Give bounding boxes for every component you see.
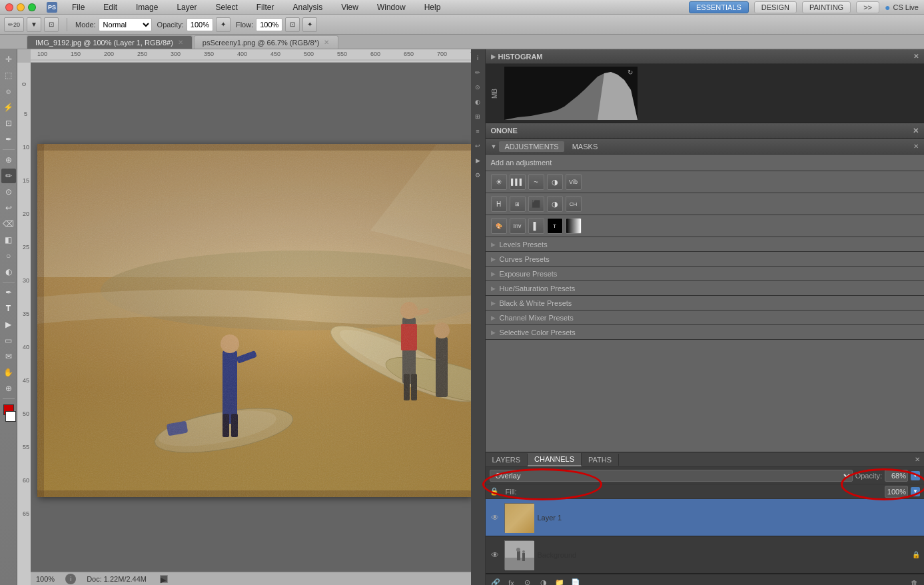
- adj-exposure-icon[interactable]: ◑: [547, 174, 563, 190]
- design-button[interactable]: DESIGN: [754, 1, 797, 13]
- more-button[interactable]: >>: [856, 1, 879, 13]
- flow-toggle[interactable]: ⊡: [285, 17, 300, 32]
- status-info-button[interactable]: i: [65, 574, 76, 584]
- brush-preset-button[interactable]: ▼: [27, 17, 41, 32]
- preset-exposure[interactable]: ▶ Exposure Presets: [486, 267, 925, 281]
- layers-tab-layers[interactable]: LAYERS: [486, 454, 528, 466]
- pen-tool[interactable]: ✒: [1, 285, 16, 300]
- layers-tab-channels[interactable]: CHANNELS: [528, 453, 582, 466]
- brush-tool[interactable]: ✏: [1, 169, 16, 183]
- color-swatches[interactable]: [1, 404, 16, 422]
- cs-live-button[interactable]: ● CS Live: [885, 2, 919, 13]
- fill-stepper[interactable]: ▼: [911, 487, 920, 496]
- panel-icon-adjustment[interactable]: ◐: [472, 96, 484, 108]
- new-layer-btn[interactable]: 📄: [570, 577, 582, 586]
- tool-preset-button[interactable]: ✏20: [4, 17, 24, 32]
- adj-curves-icon[interactable]: ~: [528, 174, 544, 190]
- shape-tool[interactable]: ▭: [1, 333, 16, 348]
- layer-row-background[interactable]: 👁 Background: [486, 536, 925, 574]
- menu-image[interactable]: Image: [132, 1, 162, 13]
- gradient-tool[interactable]: ◧: [1, 233, 16, 247]
- panel-icon-layers[interactable]: ⊞: [472, 111, 484, 123]
- panel-icon-channel[interactable]: ≡: [472, 125, 484, 137]
- panel-icon-clone[interactable]: ⊙: [472, 81, 484, 93]
- move-tool[interactable]: ✛: [1, 52, 16, 67]
- new-group-btn[interactable]: 📁: [554, 577, 566, 586]
- clone-tool[interactable]: ⊙: [1, 185, 16, 199]
- menu-view[interactable]: View: [337, 1, 362, 13]
- adj-brightness-icon[interactable]: ☀: [491, 174, 507, 190]
- add-style-btn[interactable]: fx: [506, 577, 518, 586]
- preset-selective-color[interactable]: ▶ Selective Color Presets: [486, 325, 925, 340]
- preset-hue-sat[interactable]: ▶ Hue/Saturation Presets: [486, 281, 925, 296]
- adj-invert-icon[interactable]: Inv: [510, 218, 526, 234]
- background-color[interactable]: [5, 411, 16, 422]
- eraser-tool[interactable]: ⌫: [1, 217, 16, 231]
- adj-close[interactable]: ✕: [913, 143, 919, 150]
- opacity-stepper[interactable]: ▼: [911, 471, 920, 480]
- menu-window[interactable]: Window: [373, 1, 410, 13]
- maximize-button[interactable]: [28, 3, 36, 11]
- adj-gradientmap-icon[interactable]: [566, 218, 582, 234]
- layers-tab-paths[interactable]: PATHS: [582, 454, 619, 466]
- marquee-tool[interactable]: ⬚: [1, 68, 16, 83]
- menu-edit[interactable]: Edit: [99, 1, 121, 13]
- lasso-tool[interactable]: ⌾: [1, 84, 16, 99]
- panel-icon-actions[interactable]: ▶: [472, 155, 484, 167]
- opacity-input[interactable]: [187, 18, 213, 31]
- adj-tab-masks[interactable]: MASKS: [567, 141, 604, 152]
- flow-input[interactable]: [256, 18, 282, 31]
- doc-nav-button[interactable]: ▶: [160, 575, 168, 583]
- adj-bw-icon[interactable]: ⬛: [528, 196, 544, 212]
- menu-help[interactable]: Help: [420, 1, 445, 13]
- adj-channelmixer-icon[interactable]: CH: [566, 196, 582, 212]
- menu-filter[interactable]: Filter: [252, 1, 278, 13]
- tab-screeny-close[interactable]: ✕: [323, 39, 330, 46]
- adj-threshold-icon[interactable]: T: [547, 218, 563, 234]
- panel-icon-brush[interactable]: ✏: [472, 67, 484, 79]
- add-mask-btn[interactable]: ⊙: [522, 577, 534, 586]
- preset-bw[interactable]: ▶ Black & White Presets: [486, 296, 925, 310]
- delete-layer-btn[interactable]: 🗑: [908, 577, 920, 586]
- essentials-button[interactable]: ESSENTIALS: [689, 1, 749, 13]
- new-adjustment-btn[interactable]: ◑: [538, 577, 550, 586]
- preset-channel-mixer[interactable]: ▶ Channel Mixer Presets: [486, 310, 925, 325]
- adj-tab-adjustments[interactable]: ADJUSTMENTS: [499, 141, 564, 152]
- adj-levels-icon[interactable]: ▌▌▌: [510, 174, 526, 190]
- panel-icon-info[interactable]: i: [472, 52, 484, 64]
- minimize-button[interactable]: [17, 3, 25, 11]
- preset-curves[interactable]: ▶ Curves Presets: [486, 252, 925, 267]
- fill-input[interactable]: [885, 486, 908, 498]
- notes-tool[interactable]: ✉: [1, 349, 16, 364]
- quick-select-tool[interactable]: ⚡: [1, 100, 16, 115]
- menu-file[interactable]: File: [68, 1, 89, 13]
- layers-panel-close[interactable]: ✕: [915, 456, 924, 463]
- blend-mode-select[interactable]: Overlay Normal Multiply Screen: [490, 470, 853, 482]
- crop-tool[interactable]: ⊡: [1, 116, 16, 131]
- adj-vibrance-icon[interactable]: Vib: [566, 174, 582, 190]
- opacity-airbrush[interactable]: ✦: [216, 17, 231, 32]
- adj-hsl-icon[interactable]: H: [491, 196, 507, 212]
- adj-photofilter-icon[interactable]: ◑: [547, 196, 563, 212]
- painting-button[interactable]: PAINTING: [802, 1, 851, 13]
- blur-tool[interactable]: ○: [1, 249, 16, 263]
- spot-heal-tool[interactable]: ⊕: [1, 153, 16, 167]
- histogram-expand[interactable]: ▶: [491, 53, 496, 60]
- adj-colorlookup-icon[interactable]: 🎨: [491, 218, 507, 234]
- link-layers-btn[interactable]: 🔗: [490, 577, 502, 586]
- menu-select[interactable]: Select: [211, 1, 241, 13]
- tab-img9192-close[interactable]: ✕: [177, 39, 184, 46]
- hand-tool[interactable]: ✋: [1, 365, 16, 380]
- adj-posterize-icon[interactable]: ▌: [528, 218, 544, 234]
- adj-colorbalance-icon[interactable]: ⊞: [510, 196, 526, 212]
- menu-analysis[interactable]: Analysis: [288, 1, 326, 13]
- opacity-input[interactable]: [885, 470, 908, 482]
- mode-select[interactable]: Normal Multiply Screen Overlay: [99, 18, 152, 31]
- tablet-pressure[interactable]: ✦: [302, 17, 317, 32]
- panel-icon-gear[interactable]: ⚙: [472, 169, 484, 181]
- tab-screeny[interactable]: psScreeny1.png @ 66.7% (RGB/8*) ✕: [194, 35, 339, 49]
- mode-dropdown[interactable]: Normal Multiply Screen Overlay: [99, 18, 152, 31]
- onone-header[interactable]: ONONE ✕: [486, 123, 925, 138]
- tab-img9192[interactable]: IMG_9192.jpg @ 100% (Layer 1, RGB/8#) ✕: [27, 35, 193, 49]
- onone-close[interactable]: ✕: [913, 127, 919, 135]
